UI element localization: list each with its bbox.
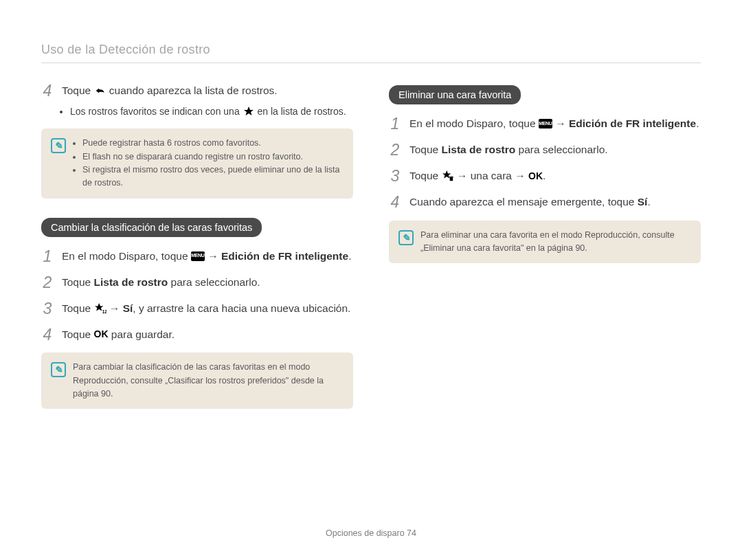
text-bold: Lista de rostro: [442, 144, 516, 155]
note-item: Puede registrar hasta 6 rostros como fav…: [82, 137, 344, 150]
bullet-list: Los rostros favoritos se indican con una…: [41, 104, 353, 119]
note-box: ✎ Para eliminar una cara favorita en el …: [389, 221, 701, 264]
svg-text:123: 123: [102, 309, 106, 314]
step-body: En el modo Disparo, toque MENU → Edición…: [409, 115, 701, 132]
text-bold: Edición de FR inteligente: [569, 117, 696, 129]
section-pill-change-rank: Cambiar la clasificación de las caras fa…: [41, 218, 262, 237]
note-text: Para eliminar una cara favorita en el mo…: [420, 229, 691, 256]
page-footer: Opciones de disparo 74: [0, 528, 742, 538]
text: , y arrastre la cara hacia una nueva ubi…: [133, 302, 350, 314]
text: Toque: [62, 328, 94, 340]
step-number: 3: [389, 168, 401, 184]
arrow-icon: →: [207, 250, 221, 262]
menu-icon: MENU: [191, 251, 205, 261]
note-box: ✎ Para cambiar la clasificación de las c…: [41, 352, 353, 409]
text: En el modo Disparo, toque: [62, 250, 191, 262]
ok-icon: OK: [94, 329, 109, 340]
step-body: En el modo Disparo, toque MENU → Edición…: [62, 248, 353, 265]
ok-icon: OK: [528, 170, 543, 181]
text: Los rostros favoritos se indican con una: [70, 106, 243, 117]
step-4b-container: 4 Toque OK para guardar.: [41, 326, 353, 343]
step-body: Toque OK para guardar.: [62, 326, 353, 343]
text: para guardar.: [111, 328, 175, 340]
step-4-container: 4 Toque cuando aparezca la lista de rost…: [41, 82, 353, 99]
text-bold: Sí: [638, 196, 648, 208]
arrow-icon: →: [555, 117, 569, 129]
step-body: Toque 123 → Sí, y arrastre la cara hacia…: [62, 300, 353, 317]
step-4-container: 4 Cuando aparezca el mensaje emergente, …: [389, 194, 701, 210]
step-body: Toque Lista de rostro para seleccionarlo…: [62, 274, 353, 291]
text: Toque: [409, 144, 442, 155]
text: en la lista de rostros.: [257, 106, 346, 117]
svg-rect-2: [449, 177, 453, 177]
step-number: 4: [41, 326, 54, 343]
step-number: 4: [41, 82, 54, 99]
step-3-container: 3 Toque → una cara → OK.: [389, 168, 701, 184]
note-list: Puede registrar hasta 6 rostros como fav…: [73, 137, 344, 190]
step-number: 1: [389, 115, 401, 132]
left-column: 4 Toque cuando aparezca la lista de rost…: [41, 82, 353, 425]
title-rule: [41, 63, 701, 63]
text: Cuando aparezca el mensaje emergente, to…: [409, 196, 638, 208]
note-item: Si registra el mismo rostro dos veces, p…: [82, 164, 344, 190]
note-item: El flash no se disparará cuando registre…: [82, 150, 344, 164]
step-1-container: 1 En el modo Disparo, toque MENU → Edici…: [389, 115, 701, 132]
step-number: 3: [41, 300, 54, 317]
note-icon: ✎: [51, 138, 66, 153]
svg-rect-1: [449, 177, 453, 181]
page: Uso de la Detección de rostro 4 Toque cu…: [0, 0, 742, 446]
star-rank-icon: 123: [94, 303, 106, 314]
right-column: Eliminar una cara favorita 1 En el modo …: [389, 82, 701, 425]
step-number: 4: [389, 194, 401, 210]
step-body: Toque → una cara → OK.: [409, 168, 701, 184]
section-pill-delete-favorite: Eliminar una cara favorita: [389, 85, 521, 104]
step-2-container: 2 Toque Lista de rostro para seleccionar…: [41, 274, 353, 291]
list-item: Los rostros favoritos se indican con una…: [70, 104, 353, 119]
text: .: [696, 117, 699, 129]
text: En el modo Disparo, toque: [409, 117, 539, 129]
step-number: 1: [41, 248, 54, 265]
step-body: Toque Lista de rostro para seleccionarlo…: [409, 142, 701, 158]
note-icon: ✎: [51, 362, 66, 377]
text: cuando aparezca la lista de rostros.: [109, 85, 278, 96]
step-number: 2: [41, 274, 54, 291]
columns: 4 Toque cuando aparezca la lista de rost…: [41, 82, 701, 425]
back-icon: [94, 85, 106, 96]
text-bold: Lista de rostro: [94, 276, 168, 288]
page-title: Uso de la Detección de rostro: [41, 43, 701, 57]
text: para seleccionarlo.: [168, 276, 260, 288]
note-text: Para cambiar la clasificación de las car…: [73, 361, 344, 401]
arrow-icon: → una cara →: [457, 170, 528, 181]
step-1-container: 1 En el modo Disparo, toque MENU → Edici…: [41, 248, 353, 265]
text: Toque: [62, 85, 94, 96]
text-bold: Edición de FR inteligente: [221, 250, 348, 262]
text: para seleccionarlo.: [515, 144, 607, 155]
text: Toque: [62, 302, 94, 314]
step-2-container: 2 Toque Lista de rostro para seleccionar…: [389, 142, 701, 158]
text: .: [647, 196, 650, 208]
star-icon: [243, 106, 255, 117]
step-body: Cuando aparezca el mensaje emergente, to…: [409, 194, 701, 210]
arrow-icon: →: [109, 302, 123, 314]
menu-icon: MENU: [539, 119, 552, 128]
step-body: Toque cuando aparezca la lista de rostro…: [62, 82, 353, 99]
text-bold: Sí: [123, 302, 133, 314]
step-3-container: 3 Toque 123 → Sí, y arrastre la cara hac…: [41, 300, 353, 317]
text: Toque: [62, 276, 94, 288]
note-icon: ✎: [398, 230, 414, 245]
step-number: 2: [389, 142, 401, 158]
text: Toque: [409, 170, 442, 181]
text: .: [348, 250, 351, 262]
note-box: ✎ Puede registrar hasta 6 rostros como f…: [41, 128, 353, 199]
text: .: [543, 170, 546, 181]
star-delete-icon: [442, 170, 454, 181]
